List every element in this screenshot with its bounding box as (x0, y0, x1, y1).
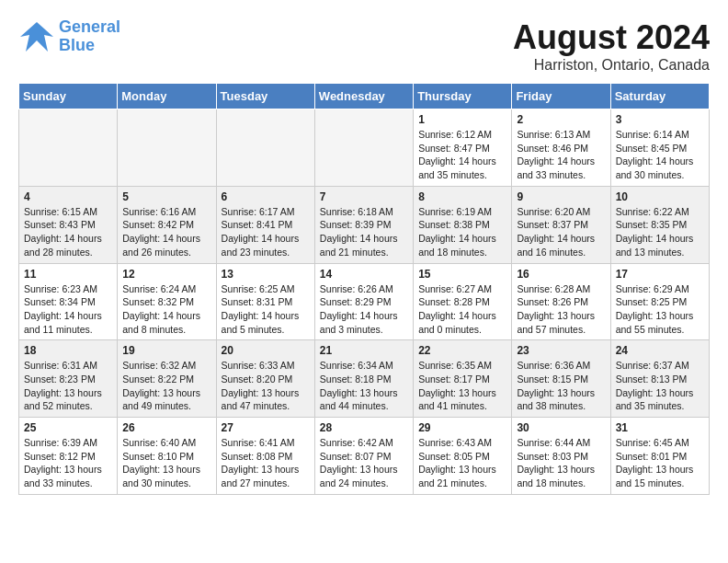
logo-general: General (59, 17, 120, 36)
calendar-cell: 25Sunrise: 6:39 AMSunset: 8:12 PMDayligh… (19, 418, 118, 495)
day-number: 11 (24, 268, 112, 281)
calendar-cell: 30Sunrise: 6:44 AMSunset: 8:03 PMDayligh… (512, 418, 610, 495)
week-row-1: 1Sunrise: 6:12 AMSunset: 8:47 PMDaylight… (19, 109, 710, 187)
day-number: 20 (222, 344, 310, 357)
calendar-cell: 22Sunrise: 6:35 AMSunset: 8:17 PMDayligh… (414, 340, 512, 418)
day-number: 1 (418, 113, 506, 126)
day-info: Sunrise: 6:23 AMSunset: 8:34 PMDaylight:… (24, 282, 112, 337)
day-header-wednesday: Wednesday (314, 84, 413, 109)
day-info: Sunrise: 6:24 AMSunset: 8:32 PMDaylight:… (122, 282, 210, 337)
calendar-cell: 9Sunrise: 6:20 AMSunset: 8:37 PMDaylight… (512, 186, 610, 263)
day-number: 9 (517, 190, 605, 203)
day-info: Sunrise: 6:18 AMSunset: 8:39 PMDaylight:… (320, 205, 408, 259)
day-number: 3 (616, 113, 704, 126)
day-number: 17 (616, 268, 704, 281)
calendar-cell: 24Sunrise: 6:37 AMSunset: 8:13 PMDayligh… (610, 340, 709, 418)
day-info: Sunrise: 6:20 AMSunset: 8:37 PMDaylight:… (517, 205, 605, 259)
day-info: Sunrise: 6:15 AMSunset: 8:43 PMDaylight:… (24, 205, 112, 259)
day-number: 19 (122, 344, 210, 357)
day-number: 21 (320, 344, 408, 357)
calendar-cell: 15Sunrise: 6:27 AMSunset: 8:28 PMDayligh… (414, 263, 512, 340)
day-info: Sunrise: 6:32 AMSunset: 8:22 PMDaylight:… (122, 359, 210, 413)
day-info: Sunrise: 6:13 AMSunset: 8:46 PMDaylight:… (517, 128, 605, 182)
day-number: 7 (320, 190, 408, 203)
day-info: Sunrise: 6:37 AMSunset: 8:13 PMDaylight:… (616, 359, 704, 413)
calendar-cell: 8Sunrise: 6:19 AMSunset: 8:38 PMDaylight… (414, 186, 512, 263)
calendar-cell: 21Sunrise: 6:34 AMSunset: 8:18 PMDayligh… (314, 340, 413, 418)
calendar-cell: 2Sunrise: 6:13 AMSunset: 8:46 PMDaylight… (512, 109, 610, 187)
week-row-3: 11Sunrise: 6:23 AMSunset: 8:34 PMDayligh… (19, 263, 710, 340)
day-info: Sunrise: 6:19 AMSunset: 8:38 PMDaylight:… (418, 205, 506, 259)
logo: General Blue (18, 18, 120, 55)
day-info: Sunrise: 6:43 AMSunset: 8:05 PMDaylight:… (418, 436, 506, 490)
calendar-cell: 19Sunrise: 6:32 AMSunset: 8:22 PMDayligh… (118, 340, 216, 418)
calendar-cell: 10Sunrise: 6:22 AMSunset: 8:35 PMDayligh… (610, 186, 709, 263)
calendar-cell: 3Sunrise: 6:14 AMSunset: 8:45 PMDaylight… (610, 109, 709, 187)
calendar-cell: 17Sunrise: 6:29 AMSunset: 8:25 PMDayligh… (610, 263, 709, 340)
day-number: 10 (616, 190, 704, 203)
calendar-table: SundayMondayTuesdayWednesdayThursdayFrid… (18, 83, 710, 495)
calendar-cell (19, 109, 118, 187)
day-info: Sunrise: 6:34 AMSunset: 8:18 PMDaylight:… (320, 359, 408, 413)
month-year: August 2024 (513, 18, 710, 57)
calendar-cell: 23Sunrise: 6:36 AMSunset: 8:15 PMDayligh… (512, 340, 610, 418)
day-number: 6 (222, 190, 310, 203)
day-number: 18 (24, 344, 112, 357)
logo-text: General Blue (59, 18, 120, 55)
day-number: 29 (418, 421, 506, 434)
day-info: Sunrise: 6:39 AMSunset: 8:12 PMDaylight:… (24, 436, 112, 490)
day-info: Sunrise: 6:16 AMSunset: 8:42 PMDaylight:… (122, 205, 210, 259)
day-info: Sunrise: 6:42 AMSunset: 8:07 PMDaylight:… (320, 436, 408, 490)
calendar-cell: 27Sunrise: 6:41 AMSunset: 8:08 PMDayligh… (216, 418, 314, 495)
day-info: Sunrise: 6:45 AMSunset: 8:01 PMDaylight:… (616, 436, 704, 490)
calendar-cell: 31Sunrise: 6:45 AMSunset: 8:01 PMDayligh… (610, 418, 709, 495)
day-info: Sunrise: 6:35 AMSunset: 8:17 PMDaylight:… (418, 359, 506, 413)
day-info: Sunrise: 6:26 AMSunset: 8:29 PMDaylight:… (320, 282, 408, 337)
calendar-cell: 1Sunrise: 6:12 AMSunset: 8:47 PMDaylight… (414, 109, 512, 187)
calendar-cell: 4Sunrise: 6:15 AMSunset: 8:43 PMDaylight… (19, 186, 118, 263)
day-number: 26 (122, 421, 210, 434)
day-header-saturday: Saturday (610, 84, 709, 109)
calendar-cell (314, 109, 413, 187)
day-number: 15 (418, 268, 506, 281)
day-info: Sunrise: 6:40 AMSunset: 8:10 PMDaylight:… (122, 436, 210, 490)
calendar-cell: 5Sunrise: 6:16 AMSunset: 8:42 PMDaylight… (118, 186, 216, 263)
day-info: Sunrise: 6:22 AMSunset: 8:35 PMDaylight:… (616, 205, 704, 259)
day-header-thursday: Thursday (414, 84, 512, 109)
day-number: 16 (517, 268, 605, 281)
day-info: Sunrise: 6:33 AMSunset: 8:20 PMDaylight:… (222, 359, 310, 413)
calendar-cell: 18Sunrise: 6:31 AMSunset: 8:23 PMDayligh… (19, 340, 118, 418)
day-info: Sunrise: 6:12 AMSunset: 8:47 PMDaylight:… (418, 128, 506, 182)
day-number: 27 (222, 421, 310, 434)
day-number: 31 (616, 421, 704, 434)
day-number: 13 (222, 268, 310, 281)
day-number: 28 (320, 421, 408, 434)
calendar-cell: 16Sunrise: 6:28 AMSunset: 8:26 PMDayligh… (512, 263, 610, 340)
day-number: 14 (320, 268, 408, 281)
day-header-monday: Monday (118, 84, 216, 109)
day-number: 23 (517, 344, 605, 357)
week-row-5: 25Sunrise: 6:39 AMSunset: 8:12 PMDayligh… (19, 418, 710, 495)
calendar-cell: 14Sunrise: 6:26 AMSunset: 8:29 PMDayligh… (314, 263, 413, 340)
calendar-cell: 7Sunrise: 6:18 AMSunset: 8:39 PMDaylight… (314, 186, 413, 263)
calendar-cell: 29Sunrise: 6:43 AMSunset: 8:05 PMDayligh… (414, 418, 512, 495)
calendar-cell: 6Sunrise: 6:17 AMSunset: 8:41 PMDaylight… (216, 186, 314, 263)
day-number: 8 (418, 190, 506, 203)
week-row-2: 4Sunrise: 6:15 AMSunset: 8:43 PMDaylight… (19, 186, 710, 263)
day-info: Sunrise: 6:31 AMSunset: 8:23 PMDaylight:… (24, 359, 112, 413)
calendar-cell (118, 109, 216, 187)
day-number: 2 (517, 113, 605, 126)
day-number: 4 (24, 190, 112, 203)
calendar-cell: 13Sunrise: 6:25 AMSunset: 8:31 PMDayligh… (216, 263, 314, 340)
calendar-cell: 26Sunrise: 6:40 AMSunset: 8:10 PMDayligh… (118, 418, 216, 495)
day-info: Sunrise: 6:36 AMSunset: 8:15 PMDaylight:… (517, 359, 605, 413)
day-number: 22 (418, 344, 506, 357)
day-info: Sunrise: 6:44 AMSunset: 8:03 PMDaylight:… (517, 436, 605, 490)
day-info: Sunrise: 6:25 AMSunset: 8:31 PMDaylight:… (222, 282, 310, 337)
week-row-4: 18Sunrise: 6:31 AMSunset: 8:23 PMDayligh… (19, 340, 710, 418)
title-area: August 2024 Harriston, Ontario, Canada (513, 18, 710, 74)
header: General Blue August 2024 Harriston, Onta… (18, 18, 710, 74)
calendar-cell: 20Sunrise: 6:33 AMSunset: 8:20 PMDayligh… (216, 340, 314, 418)
day-header-sunday: Sunday (19, 84, 118, 109)
day-header-friday: Friday (512, 84, 610, 109)
